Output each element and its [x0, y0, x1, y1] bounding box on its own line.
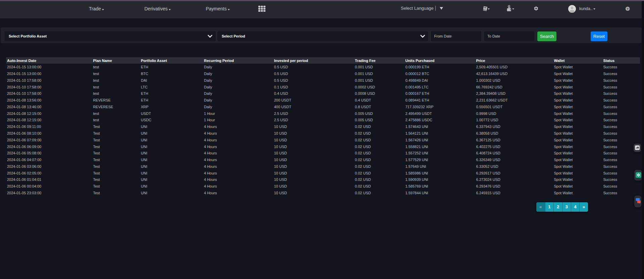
svg-text:?: ? — [627, 7, 629, 11]
